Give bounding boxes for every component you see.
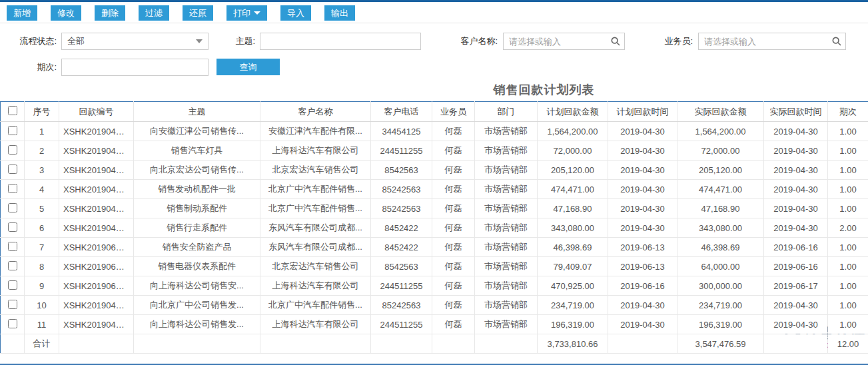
payment-code-link[interactable]: XSHK2019040009 [59, 315, 134, 334]
salesman-link[interactable]: 何磊 [432, 122, 475, 141]
salesman-input[interactable] [698, 33, 846, 50]
search-icon[interactable] [610, 36, 621, 47]
customer-name-link[interactable]: 上海科达汽车有限公司 [260, 315, 371, 334]
actual-date: 2019-04-30 [764, 141, 828, 161]
customer-name-link[interactable]: 北京广中汽车配件销售... [260, 180, 371, 199]
subject-link[interactable]: 销售行走系配件 [134, 218, 260, 238]
query-button[interactable]: 查询 [217, 59, 280, 75]
row-checkbox[interactable] [8, 184, 17, 193]
process-status-label: 流程状态: [0, 33, 57, 50]
table-row: 4XSHK2019040005销售发动机配件一批北京广中汽车配件销售...852… [1, 180, 868, 199]
customer-name-link[interactable]: 东风汽车有限公司成都... [260, 218, 371, 238]
customer-phone: 8452422 [371, 238, 432, 257]
subject-link[interactable]: 销售制动系配件 [134, 199, 260, 218]
print-button[interactable]: 打印 [226, 5, 267, 21]
row-checkbox[interactable] [8, 165, 17, 174]
row-checkbox[interactable] [8, 280, 17, 290]
import-button[interactable]: 导入 [280, 5, 311, 21]
payment-code-link[interactable]: XSHK2019040008 [59, 296, 134, 315]
table-row: 7XSHK2019060001销售安全防盗产品东风汽车有限公司成都...8452… [1, 238, 868, 257]
row-checkbox[interactable] [8, 222, 17, 232]
add-button[interactable]: 新增 [7, 5, 37, 21]
salesman-link[interactable]: 何磊 [432, 161, 475, 180]
plan-amount: 470,925.00 [538, 276, 608, 296]
salesman-link[interactable]: 何磊 [432, 141, 475, 161]
total-row: 合计3,733,810.663,547,476.5912.00 [1, 334, 868, 354]
row-checkbox[interactable] [8, 300, 17, 309]
row-checkbox[interactable] [8, 203, 17, 212]
period-input[interactable] [61, 59, 209, 76]
import-button-label: 导入 [287, 5, 304, 21]
subject-link[interactable]: 销售电器仪表系配件 [134, 257, 260, 276]
col-department: 部门 [475, 102, 538, 122]
search-icon[interactable] [831, 36, 842, 47]
modify-button[interactable]: 修改 [51, 5, 81, 21]
salesman-link[interactable]: 何磊 [432, 199, 475, 218]
total-empty-cell [764, 334, 828, 354]
col-plan-date: 计划回款时间 [608, 102, 677, 122]
payment-code-link[interactable]: XSHK2019040006 [59, 199, 134, 218]
row-index: 11 [25, 315, 59, 334]
subject-link[interactable]: 销售汽车灯具 [134, 141, 260, 161]
subject-link[interactable]: 向上海科达公司销售发... [134, 315, 260, 334]
delete-button[interactable]: 删除 [95, 5, 125, 21]
customer-name-link[interactable]: 安徽江津汽车配件有限... [260, 122, 371, 141]
row-checkbox[interactable] [8, 242, 17, 251]
customer-phone: 85242563 [371, 296, 432, 315]
customer-name-link[interactable]: 上海科达汽车有限公司 [260, 141, 371, 161]
payment-code-link[interactable]: XSHK2019040002 [59, 122, 134, 141]
grid-wrap: 序号 回款编号 主题 客户名称 客户电话 业务员 部门 计划回款金额 计划回款时… [0, 101, 868, 354]
customer-name-link[interactable]: 北京宏达汽车销售公司 [260, 161, 371, 180]
select-all-checkbox[interactable] [8, 106, 17, 115]
payment-code-link[interactable]: XSHK2019060003 [59, 276, 134, 296]
subject-link[interactable]: 向上海科达公司销售安... [134, 276, 260, 296]
row-checkbox[interactable] [8, 126, 17, 135]
salesman-link[interactable]: 何磊 [432, 296, 475, 315]
row-checkbox-cell [1, 238, 25, 257]
restore-button[interactable]: 还原 [183, 5, 213, 21]
row-checkbox[interactable] [8, 261, 17, 270]
filter-button-label: 过滤 [145, 5, 163, 21]
department: 市场营销部 [475, 238, 538, 257]
payment-code-link[interactable]: XSHK2019040004 [59, 161, 134, 180]
salesman-link[interactable]: 何磊 [432, 315, 475, 334]
row-checkbox[interactable] [8, 319, 17, 328]
table-row: 1XSHK2019040002向安徽江津公司销售传...安徽江津汽车配件有限..… [1, 122, 868, 141]
customer-name-link[interactable]: 北京宏达汽车销售公司 [260, 257, 371, 276]
total-plan-amount: 3,733,810.66 [538, 334, 608, 354]
payment-code-link[interactable]: XSHK2019040003 [59, 141, 134, 161]
payment-code-link[interactable]: XSHK2019040005 [59, 180, 134, 199]
payment-code-link[interactable]: XSHK2019040007 [59, 218, 134, 238]
process-status-select[interactable]: 全部 [61, 33, 209, 50]
plan-date: 2019-04-30 [608, 122, 677, 141]
print-button-label: 打印 [233, 5, 250, 21]
salesman-link[interactable]: 何磊 [432, 238, 475, 257]
export-button[interactable]: 输出 [324, 5, 355, 21]
customer-name-link[interactable]: 北京广中汽车配件销售... [260, 296, 371, 315]
salesman-link[interactable]: 何磊 [432, 218, 475, 238]
customer-name-link[interactable]: 北京广中汽车配件销售... [260, 199, 371, 218]
salesman-link[interactable]: 何磊 [432, 257, 475, 276]
salesman-link[interactable]: 何磊 [432, 180, 475, 199]
actual-amount: 234,719.00 [677, 296, 764, 315]
subject-link[interactable]: 销售发动机配件一批 [134, 180, 260, 199]
payment-code-link[interactable]: XSHK2019060002 [59, 257, 134, 276]
subject-link[interactable]: 向安徽江津公司销售传... [134, 122, 260, 141]
payment-code-link[interactable]: XSHK2019060001 [59, 238, 134, 257]
salesman-link[interactable]: 何磊 [432, 276, 475, 296]
toolbar: 新增 修改 删除 过滤 还原 打印 导入 输出 [0, 2, 868, 23]
actual-date: 2019-06-17 [764, 276, 828, 296]
subject-link[interactable]: 向北京宏达公司销售传... [134, 161, 260, 180]
customer-name-input[interactable] [503, 33, 625, 50]
customer-name-link[interactable]: 上海科达汽车有限公司 [260, 276, 371, 296]
period: 1.00 [828, 315, 868, 334]
actual-date: 2019-04-30 [764, 315, 828, 334]
subject-link[interactable]: 销售安全防盗产品 [134, 238, 260, 257]
filter-button[interactable]: 过滤 [139, 5, 169, 21]
row-checkbox[interactable] [8, 145, 17, 155]
subject-link[interactable]: 向北京广中公司销售发... [134, 296, 260, 315]
plan-amount: 474,471.00 [538, 180, 608, 199]
subject-input[interactable] [260, 33, 421, 50]
row-checkbox-cell [1, 122, 25, 141]
customer-name-link[interactable]: 东风汽车有限公司成都... [260, 238, 371, 257]
